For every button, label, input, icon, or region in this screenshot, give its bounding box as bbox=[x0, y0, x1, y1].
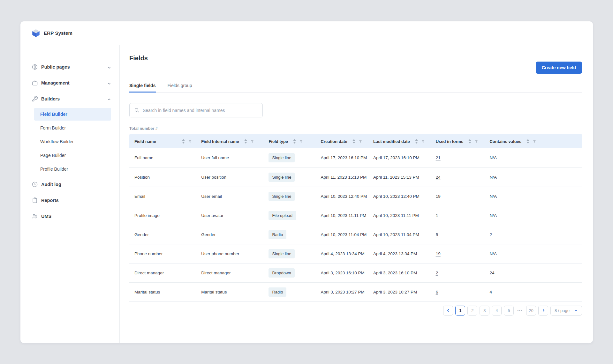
filter-icon[interactable] bbox=[250, 139, 254, 143]
page-title: Fields bbox=[129, 55, 582, 62]
tab-bar: Single fields Fields group bbox=[129, 83, 582, 93]
page-button-5[interactable]: 5 bbox=[504, 306, 514, 316]
sidebar-subitem-label: Workflow Builder bbox=[40, 139, 74, 144]
page-button-1[interactable]: 1 bbox=[455, 306, 465, 316]
sidebar-subitem-label: Form Builder bbox=[40, 125, 66, 130]
cell-last-modified: April 10, 2023 12:40 PM bbox=[368, 187, 431, 206]
cell-contains-values: 24 bbox=[484, 263, 582, 282]
sidebar-item-management[interactable]: Management bbox=[20, 75, 119, 91]
cell-internal-name: User position bbox=[196, 167, 263, 187]
field-type-badge: Dropdown bbox=[269, 268, 294, 278]
used-in-forms-link[interactable]: 24 bbox=[436, 175, 441, 180]
column-header-used-in-forms: Used in forms bbox=[436, 139, 464, 144]
cell-field-name: Profile image bbox=[129, 206, 196, 225]
table-header-row: Field name Field Internal name Field typ… bbox=[129, 134, 582, 148]
filter-icon[interactable] bbox=[359, 139, 362, 143]
filter-icon[interactable] bbox=[299, 139, 303, 143]
table-row: Gender Gender Radio April 10, 2023 11:04… bbox=[129, 225, 582, 244]
sort-icon[interactable] bbox=[415, 139, 418, 144]
used-in-forms-link[interactable]: 2 bbox=[436, 271, 438, 275]
filter-icon[interactable] bbox=[474, 139, 478, 143]
page-button-4[interactable]: 4 bbox=[492, 306, 502, 316]
sidebar-subitem-label: Profile Builder bbox=[40, 167, 68, 172]
sidebar-item-label: Builders bbox=[41, 96, 60, 101]
cell-creation-date: April 3, 2023 16:10 PM bbox=[315, 263, 368, 282]
page-size-select[interactable]: 8 / page bbox=[550, 306, 582, 316]
search-box bbox=[129, 103, 263, 117]
sidebar-item-form-builder[interactable]: Form Builder bbox=[34, 122, 111, 134]
sort-icon[interactable] bbox=[182, 139, 185, 144]
cell-last-modified: April 3, 2023 16:10 PM bbox=[368, 263, 431, 282]
cell-field-name: Marital status bbox=[129, 282, 196, 301]
filter-icon[interactable] bbox=[188, 139, 192, 143]
used-in-forms-link[interactable]: 1 bbox=[436, 213, 438, 218]
sort-icon[interactable] bbox=[468, 139, 472, 144]
tab-single-fields[interactable]: Single fields bbox=[129, 83, 155, 92]
cell-internal-name: User phone number bbox=[196, 244, 263, 263]
previous-page-button[interactable] bbox=[443, 306, 453, 316]
fields-table: Field name Field Internal name Field typ… bbox=[129, 134, 582, 302]
sidebar-item-profile-builder[interactable]: Profile Builder bbox=[34, 163, 111, 175]
cell-internal-name: Gender bbox=[196, 225, 263, 244]
sidebar-subitem-label: Field Builder bbox=[40, 112, 67, 117]
cell-internal-name: Direct manager bbox=[196, 263, 263, 282]
cell-creation-date: April 3, 2023 10:27 PM bbox=[315, 282, 368, 301]
cell-contains-values: N/A bbox=[484, 148, 582, 167]
cell-creation-date: April 10, 2023 11:11 PM bbox=[315, 206, 368, 225]
filter-icon[interactable] bbox=[533, 139, 536, 143]
sort-icon[interactable] bbox=[293, 139, 296, 144]
sidebar-item-ums[interactable]: UMS bbox=[20, 208, 119, 224]
cell-last-modified: April 4, 2023 13:34 PM bbox=[368, 244, 431, 263]
cell-field-name: Direct manager bbox=[129, 263, 196, 282]
column-header-last-modified: Last modified date bbox=[373, 139, 410, 144]
next-page-button[interactable] bbox=[538, 306, 548, 316]
filter-icon[interactable] bbox=[421, 139, 425, 143]
sidebar-item-label: Reports bbox=[41, 198, 59, 203]
field-type-badge: Radio bbox=[269, 230, 286, 239]
cell-last-modified: April 10, 2023 11:04 PM bbox=[368, 225, 431, 244]
table-row: Email User email Single line April 10, 2… bbox=[129, 187, 582, 206]
sidebar-item-field-builder[interactable]: Field Builder bbox=[34, 108, 111, 121]
pagination-ellipsis: ••• bbox=[516, 309, 524, 312]
column-header-creation-date: Creation date bbox=[321, 139, 347, 144]
briefcase-icon bbox=[32, 80, 38, 86]
sidebar-item-reports[interactable]: Reports bbox=[20, 192, 119, 208]
used-in-forms-link[interactable]: 21 bbox=[436, 155, 441, 160]
sidebar-item-public-pages[interactable]: Public pages bbox=[20, 59, 119, 75]
table-row: Marital status Marital status Radio Apri… bbox=[129, 282, 582, 301]
sort-icon[interactable] bbox=[526, 139, 530, 144]
app-window: ERP System Public pages bbox=[20, 21, 593, 343]
cell-field-name: Position bbox=[129, 167, 196, 187]
tab-fields-group[interactable]: Fields group bbox=[167, 83, 192, 92]
used-in-forms-link[interactable]: 6 bbox=[436, 290, 438, 294]
sidebar-item-label: Management bbox=[41, 80, 70, 85]
used-in-forms-link[interactable]: 19 bbox=[436, 251, 441, 256]
sidebar: Public pages Management bbox=[20, 45, 120, 343]
column-header-internal-name: Field Internal name bbox=[201, 139, 239, 144]
column-header-field-name: Field name bbox=[134, 139, 156, 144]
used-in-forms-link[interactable]: 5 bbox=[436, 232, 438, 237]
sort-icon[interactable] bbox=[352, 139, 356, 144]
app-header: ERP System bbox=[20, 21, 593, 45]
sidebar-item-page-builder[interactable]: Page Builder bbox=[34, 149, 111, 162]
field-type-badge: File upload bbox=[269, 211, 296, 220]
chevron-up-icon bbox=[107, 97, 111, 101]
cell-creation-date: April 10, 2023 11:04 PM bbox=[315, 225, 368, 244]
column-header-field-type: Field type bbox=[269, 139, 288, 144]
search-input[interactable] bbox=[143, 108, 258, 113]
clipboard-icon bbox=[32, 197, 38, 204]
page-button-20[interactable]: 20 bbox=[526, 306, 536, 316]
sidebar-item-audit-log[interactable]: Audit log bbox=[20, 176, 119, 192]
cell-last-modified: April 11, 2023 15:13 PM bbox=[368, 167, 431, 187]
page-size-value: 8 / page bbox=[555, 308, 570, 313]
create-new-field-button[interactable]: Create new field bbox=[536, 62, 582, 74]
used-in-forms-link[interactable]: 19 bbox=[436, 194, 441, 199]
field-type-badge: Radio bbox=[269, 287, 286, 297]
page-button-3[interactable]: 3 bbox=[480, 306, 489, 316]
sort-icon[interactable] bbox=[244, 139, 247, 144]
wrench-icon bbox=[32, 96, 38, 102]
sidebar-item-workflow-builder[interactable]: Workflow Builder bbox=[34, 135, 111, 148]
field-type-badge: Single line bbox=[269, 249, 295, 258]
sidebar-item-builders[interactable]: Builders bbox=[20, 91, 119, 107]
page-button-2[interactable]: 2 bbox=[467, 306, 477, 316]
